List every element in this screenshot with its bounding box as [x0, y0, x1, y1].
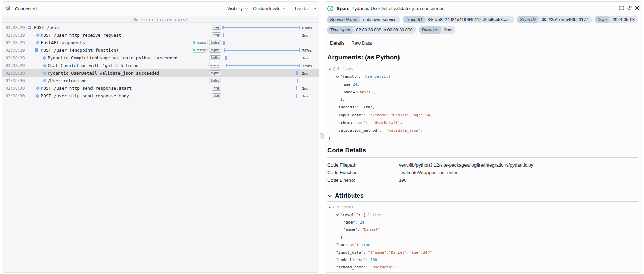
code-token: "name": [344, 226, 357, 234]
badge-value[interactable]: #e8224d24d41f064b112c6eb9cb58cacf: [425, 16, 514, 23]
tag-asgi[interactable]: asgi: [212, 86, 221, 91]
duration-bar: [222, 62, 300, 69]
split-panel-icon[interactable]: [619, 5, 624, 11]
code-token: ),: [340, 96, 345, 104]
panel-resize-handle[interactable]: [320, 133, 324, 139]
badge-label: Service Name: [327, 16, 360, 23]
code-line: "result": { 2 items: [327, 211, 638, 219]
collapse-icon[interactable]: [35, 48, 38, 52]
trace-row-time: 02:08:30: [6, 78, 25, 83]
trace-row-tags: fastapilogfire: [192, 48, 221, 53]
code-token: 190: [370, 256, 377, 264]
chevron-down-icon[interactable]: [336, 213, 339, 216]
visibility-dropdown[interactable]: Visibility: [227, 6, 248, 11]
trace-row[interactable]: 02:08:29Pydantic CompletionUsage validat…: [2, 54, 319, 62]
badge-value[interactable]: #3e175db4f0b20177: [538, 16, 592, 23]
trace-row-duration: 1ms: [302, 56, 308, 60]
tag-logfire[interactable]: logfire: [209, 70, 221, 75]
code-token: :: [357, 241, 361, 249]
attributes-heading[interactable]: Attributes: [327, 192, 364, 199]
close-icon[interactable]: [635, 6, 640, 10]
code-detail-label: Code Filepath:: [327, 162, 399, 168]
code-detail-row: Code Function:_ValidateWrapper._on_enter: [327, 169, 638, 176]
trace-row[interactable]: 02:08:30POST /user http send response.st…: [2, 84, 319, 92]
trace-row-time: 02:08:29: [6, 48, 25, 53]
tag-logfire[interactable]: logfire: [209, 78, 221, 83]
code-line: "age": 24: [327, 219, 638, 226]
trace-row[interactable]: 02:08:29Chat Completion with 'gpt-3.5-tu…: [2, 62, 319, 69]
trace-row-label: POST /user http send response.start: [41, 86, 132, 91]
chevron-down-icon: [282, 8, 286, 10]
custom-levels-dropdown[interactable]: Custom levels: [253, 6, 286, 11]
trace-row[interactable]: 02:08:30POST /user http send response.bo…: [2, 92, 319, 100]
rule: [327, 201, 638, 202]
code-line: 'input_data': '{"name":"Daniel","age":24…: [327, 112, 638, 119]
code-token: 24: [359, 219, 364, 226]
code-token: "UserDetail": [370, 264, 397, 271]
badge-label: Duration: [419, 26, 441, 34]
duration-bar: [222, 84, 300, 92]
tag-fastapi[interactable]: fastapi: [192, 40, 208, 45]
link-icon[interactable]: [627, 5, 632, 11]
trace-row-label: Pydantic CompletionUsage validate_python…: [48, 55, 177, 60]
code-token: "age": [344, 219, 355, 226]
chevron-down-icon[interactable]: [336, 75, 339, 78]
code-token: 'result': [340, 73, 358, 81]
indent-guide: [338, 79, 338, 98]
badge-value: unknown_service: [360, 16, 400, 23]
tag-logfire[interactable]: logfire: [209, 40, 221, 45]
code-token: : True,: [357, 104, 375, 111]
trace-row-time: 02:08:29: [6, 63, 25, 68]
badge-label: Date: [595, 16, 609, 23]
connection-status: Connected: [15, 6, 37, 11]
badge-label: Time span: [327, 26, 353, 34]
code-line: "name": "Daniel": [327, 226, 638, 234]
code-token: '{"name":"Daniel","age":24}': [370, 112, 434, 119]
collapse-icon[interactable]: [28, 26, 31, 29]
span-meta-badges-row2: Time span02:08:30.088 to 02:08:30.090Dur…: [327, 26, 455, 34]
trace-list-panel: ⚙ Connected Visibility Custom levels Liv…: [2, 1, 319, 273]
arguments-heading: Arguments: (as Python): [327, 54, 400, 61]
tag-logfire[interactable]: logfire: [209, 55, 221, 60]
tag-fastapi[interactable]: fastapi: [192, 48, 208, 53]
trace-row-duration: 2ms: [302, 72, 308, 75]
tag-asgi[interactable]: asgi: [212, 32, 221, 37]
tag-asgi[interactable]: asgi: [212, 93, 221, 98]
chevron-down-icon: [245, 8, 248, 10]
trace-row[interactable]: 02:08:30/User returninglogfire: [2, 77, 319, 84]
code-token: :: [366, 119, 373, 127]
code-token: :: [358, 73, 365, 81]
trace-row[interactable]: 02:08:29POST /userasgi810ms: [2, 23, 319, 31]
live-tail-dropdown[interactable]: Live tail: [295, 6, 316, 11]
chevron-down-icon[interactable]: [328, 206, 332, 209]
trace-row[interactable]: 02:08:29FastAPI argumentsfastapilogfire: [2, 39, 319, 46]
arguments-python-viewer: { 5 items'result': UserDetail(age=24,nam…: [327, 65, 638, 143]
tag-logfire[interactable]: logfire: [209, 48, 221, 53]
attributes-json-viewer: { 9 items"result": { 2 items"age": 24"na…: [327, 204, 638, 273]
trace-row[interactable]: 02:08:29POST /user (endpoint_function)fa…: [2, 46, 319, 54]
link-icon: [541, 18, 547, 22]
badge-date: Date2024-05-03: [595, 16, 638, 23]
no-older-traces-banner: No older traces exist: [2, 17, 319, 23]
grip-dots-icon: [321, 135, 323, 138]
trace-row-label: POST /user (endpoint_function): [41, 48, 119, 53]
tag-openai[interactable]: openai: [208, 63, 221, 68]
span-title: Pydantic UserDetail validate_json succee…: [352, 6, 445, 11]
indent-guide: [338, 217, 338, 235]
tab-raw-data[interactable]: Raw Data: [348, 40, 374, 47]
code-token: "input_data": [336, 249, 363, 256]
trace-rows: 02:08:29POST /userasgi810ms02:08:29POST …: [2, 23, 319, 100]
diamond-span-icon: [35, 86, 40, 91]
trace-row-tags: asgi: [212, 25, 221, 30]
trace-row-tags: asgi: [212, 32, 221, 37]
code-token: :: [366, 256, 370, 264]
chevron-down-icon[interactable]: [328, 68, 332, 71]
code-token: 5 items: [337, 65, 353, 73]
settings-gear-icon[interactable]: ⚙: [6, 6, 11, 11]
trace-row[interactable]: 02:08:29POST /user http receive requesta…: [2, 31, 319, 39]
trace-row[interactable]: 02:08:30Pydantic UserDetail validate_jso…: [2, 69, 319, 77]
code-line: }: [327, 135, 638, 142]
tag-asgi[interactable]: asgi: [212, 25, 221, 30]
tab-details[interactable]: Details: [327, 40, 347, 47]
badge-time-span: Time span02:08:30.088 to 02:08:30.090: [327, 26, 416, 34]
